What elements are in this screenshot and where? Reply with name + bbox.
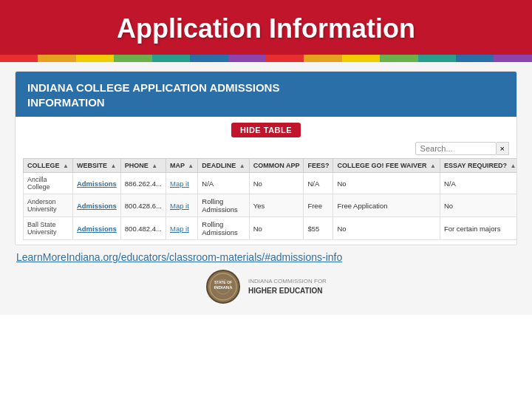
cell-waiver-3: No [333, 217, 440, 240]
table-row: Ball State University Admissions 800.482… [24, 217, 518, 240]
cell-phone-1: 886.262.4... [120, 173, 166, 194]
col-phone: PHONE ▲ [120, 159, 166, 173]
cell-website-2[interactable]: Admissions [72, 194, 120, 217]
col-website: WEBSITE ▲ [72, 159, 120, 173]
cell-college-3: Ball State University [24, 217, 73, 240]
main-content: INDIANA COLLEGE APPLICATION ADMISSIONS I… [0, 62, 532, 315]
col-essay: ESSAY REQUIRED? ▲ [440, 159, 517, 173]
commission-text: INDIANA COMMISSION FOR HIGHER EDUCATION [248, 277, 327, 296]
cell-fees-1: N/A [304, 173, 333, 194]
search-clear-button[interactable]: × [497, 142, 509, 155]
color-stripe [0, 55, 532, 62]
search-input[interactable] [415, 142, 497, 155]
cell-map-2[interactable]: Map it [166, 194, 198, 217]
page-header: Application Information [0, 0, 532, 55]
table-row: Ancilla College Admissions 886.262.4... … [24, 173, 518, 194]
cell-essay-1: N/A [440, 173, 517, 194]
cell-essay-2: No [440, 194, 517, 217]
hide-table-button[interactable]: HIDE TABLE [231, 123, 301, 137]
cell-fees-3: $55 [304, 217, 333, 240]
cell-college-2: Anderson University [24, 194, 73, 217]
col-college: COLLEGE ▲ [24, 159, 73, 173]
card-body: HIDE TABLE × COLLEGE ▲ WEBSITE ▲ PHONE ▲… [16, 117, 516, 245]
cell-college-1: Ancilla College [24, 173, 73, 194]
search-row: × [23, 142, 509, 155]
table-row: Anderson University Admissions 800.428.6… [24, 194, 518, 217]
cell-deadline-3: Rolling Admissions [198, 217, 249, 240]
cell-essay-3: For certain majors [440, 217, 517, 240]
col-fees: FEES? [304, 159, 333, 173]
cell-common-1: No [249, 173, 304, 194]
col-common-app: COMMON APP [249, 159, 304, 173]
cell-waiver-1: No [333, 173, 440, 194]
cell-phone-2: 800.428.6... [120, 194, 166, 217]
cell-website-1[interactable]: Admissions [72, 173, 120, 194]
footer-link[interactable]: LearnMoreIndiana.org/educators/classroom… [13, 251, 342, 263]
cell-map-3[interactable]: Map it [166, 217, 198, 240]
cell-waiver-2: Free Application [333, 194, 440, 217]
cell-phone-3: 800.482.4... [120, 217, 166, 240]
col-deadline: DEADLINE ▲ [198, 159, 249, 173]
admissions-table: COLLEGE ▲ WEBSITE ▲ PHONE ▲ MAP ▲ DEADLI… [23, 158, 517, 240]
cell-deadline-2: Rolling Admissions [198, 194, 249, 217]
cell-deadline-1: N/A [198, 173, 249, 194]
card-header: INDIANA COLLEGE APPLICATION ADMISSIONS I… [16, 72, 516, 117]
cell-common-2: Yes [249, 194, 304, 217]
info-card: INDIANA COLLEGE APPLICATION ADMISSIONS I… [15, 71, 517, 245]
cell-map-1[interactable]: Map it [166, 173, 198, 194]
cell-fees-2: Free [304, 194, 333, 217]
col-fee-waiver: COLLEGE GO! FEE WAIVER ▲ [333, 159, 440, 173]
bottom-area: STATE OF INDIANA INDIANA COMMISSION FOR … [205, 263, 327, 307]
svg-text:STATE OF: STATE OF [214, 280, 232, 284]
indiana-seal: STATE OF INDIANA [205, 269, 241, 304]
button-row: HIDE TABLE [23, 123, 509, 137]
table-header-row: COLLEGE ▲ WEBSITE ▲ PHONE ▲ MAP ▲ DEADLI… [24, 159, 518, 173]
card-title: INDIANA COLLEGE APPLICATION ADMISSIONS I… [27, 81, 505, 109]
col-map: MAP ▲ [166, 159, 198, 173]
cell-website-3[interactable]: Admissions [72, 217, 120, 240]
cell-common-3: No [249, 217, 304, 240]
page-title: Application Information [15, 13, 517, 44]
